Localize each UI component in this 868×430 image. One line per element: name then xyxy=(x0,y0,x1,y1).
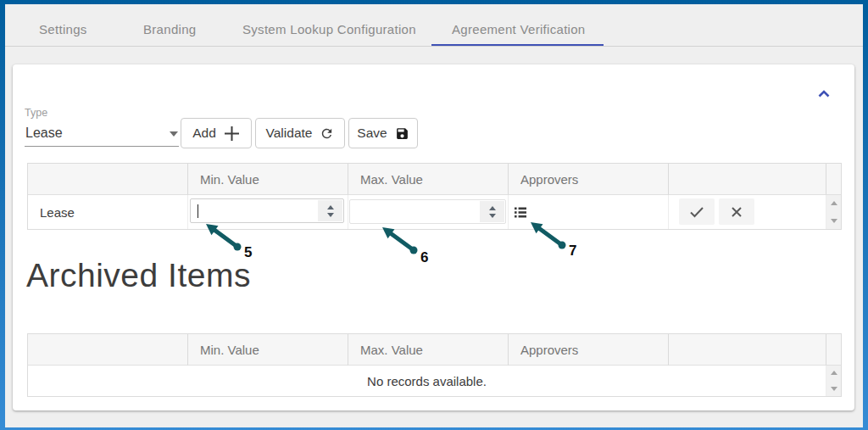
cancel-button[interactable] xyxy=(719,198,754,225)
spinner-up-icon[interactable] xyxy=(327,205,334,209)
grid-header-scroll xyxy=(826,164,841,195)
scroll-down-icon[interactable] xyxy=(831,219,837,223)
plus-icon xyxy=(224,126,240,142)
archived-scrollbar[interactable] xyxy=(826,366,841,396)
type-label: Type xyxy=(25,107,47,119)
grid-cell-actions xyxy=(669,195,826,229)
archived-header-max-value: Max. Value xyxy=(348,334,509,366)
dropdown-arrow-icon[interactable] xyxy=(170,131,178,137)
tabbar-separator xyxy=(5,46,863,47)
add-button[interactable]: Add xyxy=(181,118,252,148)
annotation-number-6: 6 xyxy=(420,249,428,266)
save-button-label: Save xyxy=(357,126,387,141)
max-value-input[interactable] xyxy=(349,199,506,224)
grid-header-empty xyxy=(28,164,188,195)
grid-header-min-value: Min. Value xyxy=(188,164,348,195)
check-icon xyxy=(689,206,704,218)
tab-settings[interactable]: Settings xyxy=(39,22,87,36)
spinner-down-icon[interactable] xyxy=(327,213,334,217)
grid-cell-max-value xyxy=(348,195,509,229)
grid-cell-type: Lease xyxy=(28,195,188,229)
type-dropdown-value[interactable]: Lease xyxy=(25,126,63,141)
archived-header-min-value: Min. Value xyxy=(188,334,348,366)
annotation-arrow-5 xyxy=(201,220,243,252)
tab-agreement-verification[interactable]: Agreement Verification xyxy=(452,22,586,36)
min-value-spinner[interactable] xyxy=(318,200,342,221)
type-dropdown-underline xyxy=(25,146,179,147)
scroll-down-icon[interactable] xyxy=(831,387,837,391)
approvers-list-icon[interactable] xyxy=(515,207,526,218)
save-icon xyxy=(395,126,409,141)
agreement-grid: Min. Value Max. Value Approvers Lease xyxy=(27,163,842,230)
spinner-down-icon[interactable] xyxy=(489,214,496,218)
archived-grid: Min. Value Max. Value Approvers No recor… xyxy=(27,333,842,397)
scroll-up-icon[interactable] xyxy=(831,371,837,375)
refresh-icon xyxy=(320,126,334,141)
scroll-up-icon[interactable] xyxy=(831,201,837,205)
annotation-arrow-7 xyxy=(526,218,568,250)
archived-header-actions xyxy=(669,334,826,366)
archived-header-approvers: Approvers xyxy=(509,334,669,366)
grid-header-max-value: Max. Value xyxy=(348,164,509,195)
active-tab-indicator xyxy=(431,44,604,46)
collapse-chevron-up-icon[interactable] xyxy=(816,87,832,99)
grid-header-actions xyxy=(669,164,826,195)
grid-scrollbar[interactable] xyxy=(826,195,841,229)
no-records-message: No records available. xyxy=(28,366,826,396)
annotation-number-7: 7 xyxy=(569,243,576,260)
archived-header-empty xyxy=(28,334,188,366)
annotation-arrow-6 xyxy=(377,223,420,255)
text-caret xyxy=(198,204,198,218)
spinner-up-icon[interactable] xyxy=(489,206,496,210)
validate-button[interactable]: Validate xyxy=(255,118,345,148)
confirm-button[interactable] xyxy=(679,198,715,225)
add-button-label: Add xyxy=(192,126,216,141)
max-value-spinner[interactable] xyxy=(480,201,504,222)
tab-branding[interactable]: Branding xyxy=(143,22,196,36)
grid-header-approvers: Approvers xyxy=(509,164,669,195)
close-icon xyxy=(731,206,743,218)
archived-items-title: Archived Items xyxy=(26,257,251,294)
tab-system-lookup-configuration[interactable]: System Lookup Configuration xyxy=(242,22,416,36)
save-button[interactable]: Save xyxy=(348,118,418,148)
archived-header-scroll xyxy=(826,334,841,366)
validate-button-label: Validate xyxy=(266,126,313,141)
